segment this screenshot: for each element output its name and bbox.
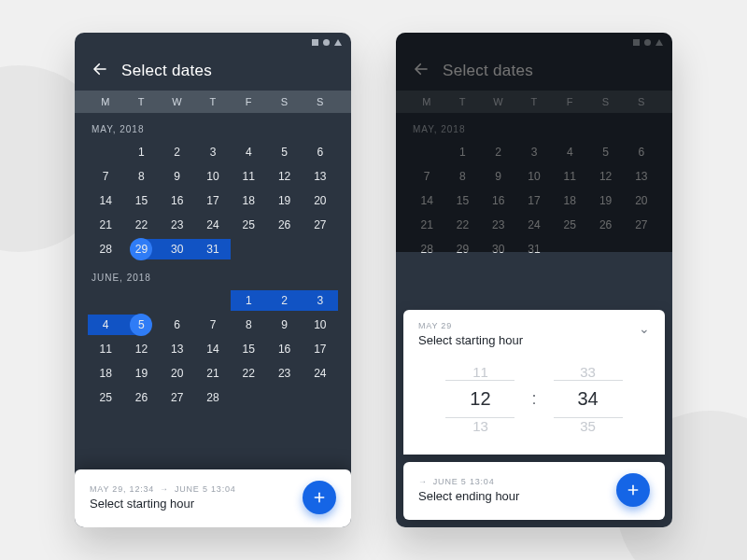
calendar-day[interactable]: 17 [303,337,338,361]
calendar-day[interactable]: 26 [266,213,302,237]
calendar-day[interactable]: 31 [195,237,231,261]
calendar-day[interactable]: 9 [160,164,195,189]
add-button[interactable] [616,473,650,507]
calendar-day[interactable]: 25 [231,213,266,237]
calendar-day: 18 [552,189,587,213]
calendar-day[interactable]: 19 [123,361,159,385]
calendar-day: 22 [444,213,480,237]
calendar-day[interactable]: 25 [88,385,123,410]
weekday-label: T [195,96,231,107]
footer-title: Select starting hour [90,497,293,511]
calendar-day[interactable]: 27 [160,385,195,410]
calendar-day[interactable]: 21 [195,361,231,385]
calendar-day[interactable]: 13 [303,164,338,189]
back-icon[interactable] [413,61,430,81]
calendar-day[interactable]: 8 [231,313,266,337]
month-label: MAY, 2018 [88,113,338,140]
footer-range: MAY 29, 12:34 → JUNE 5 13:04 [90,484,293,494]
calendar-day[interactable]: 14 [88,189,123,213]
calendar-day[interactable]: 16 [160,189,195,213]
calendar-day[interactable]: 12 [266,164,302,189]
calendar-day[interactable]: 17 [195,189,231,213]
calendar-day[interactable]: 24 [303,361,338,385]
calendar-day[interactable]: 22 [231,361,266,385]
calendar-day: 6 [624,140,659,164]
back-icon[interactable] [92,61,108,81]
weekday-label: F [231,96,266,107]
calendar-day[interactable]: 2 [160,140,195,164]
calendar-day[interactable]: 30 [160,237,195,261]
calendar-day[interactable]: 2 [266,288,302,313]
page-title: Select dates [121,62,212,80]
weekday-label: S [624,96,659,107]
status-triangle-icon [334,39,342,46]
status-circle-icon [323,39,330,46]
status-triangle-icon [655,39,663,46]
sheet-title: Select starting hour [418,333,523,347]
calendar-day: 25 [552,213,587,237]
calendar-day[interactable]: 11 [88,337,123,361]
calendar-day: 5 [587,140,623,164]
calendar-day[interactable]: 1 [231,288,266,313]
footer-card[interactable]: MAY 29, 12:34 → JUNE 5 13:04 Select star… [75,469,351,527]
calendar-day[interactable]: 1 [123,140,159,164]
calendar-day[interactable]: 18 [88,361,123,385]
hour-wheel[interactable]: 11 12 13 [445,364,514,434]
calendar-day[interactable]: 4 [88,313,123,337]
calendar-day[interactable]: 3 [195,140,231,164]
weekday-label: S [266,96,302,107]
chevron-down-icon[interactable]: ⌄ [639,321,650,336]
calendar-day[interactable]: 26 [123,385,159,410]
add-button[interactable] [303,481,336,514]
calendar-day[interactable]: 7 [195,313,231,337]
calendar-day[interactable]: 19 [266,189,302,213]
calendar-day[interactable]: 24 [195,213,231,237]
minute-wheel[interactable]: 33 34 35 [554,364,623,434]
calendar-day: 17 [516,189,552,213]
calendar-day: 28 [409,237,444,261]
weekday-label: F [552,96,587,107]
calendar-day[interactable]: 6 [160,313,195,337]
calendar-day: 2 [481,140,516,164]
calendar-day[interactable]: 12 [123,337,159,361]
calendar-day[interactable]: 13 [160,337,195,361]
calendar-day[interactable]: 23 [266,361,302,385]
calendar-day[interactable]: 27 [303,213,338,237]
calendar-day[interactable]: 28 [88,237,123,261]
calendar-day[interactable]: 5 [123,313,159,337]
calendar-day[interactable]: 29 [123,237,159,261]
calendar-day[interactable]: 28 [195,385,231,410]
calendar-day[interactable]: 6 [303,140,338,164]
calendar-day[interactable]: 7 [88,164,123,189]
calendar-day[interactable]: 3 [303,288,338,313]
weekday-label: S [587,96,623,107]
calendar-day[interactable]: 9 [266,313,302,337]
calendar-day[interactable]: 14 [195,337,231,361]
sheet-ending-hour[interactable]: → JUNE 5 13:04 Select ending hour [403,462,665,520]
calendar-day[interactable]: 15 [231,337,266,361]
calendar-day[interactable]: 15 [123,189,159,213]
calendar-day[interactable]: 4 [231,140,266,164]
calendar-day[interactable]: 21 [88,213,123,237]
calendar-scroll[interactable]: MAY, 20181234567891011121314151617181920… [75,113,351,469]
calendar-day[interactable]: 5 [266,140,302,164]
weekday-label: T [516,96,552,107]
time-picker[interactable]: 11 12 13 : 33 34 35 [418,347,650,443]
calendar-day: 19 [587,189,623,213]
calendar-day[interactable]: 23 [160,213,195,237]
calendar-day[interactable]: 20 [303,189,338,213]
calendar-day[interactable]: 10 [303,313,338,337]
calendar-day[interactable]: 20 [160,361,195,385]
calendar-day[interactable]: 22 [123,213,159,237]
calendar-day[interactable]: 8 [123,164,159,189]
calendar-day[interactable]: 10 [195,164,231,189]
calendar-day[interactable]: 18 [231,189,266,213]
sheet-title: Select ending hour [418,489,607,503]
time-separator: : [531,389,536,409]
calendar-day[interactable]: 16 [266,337,302,361]
calendar-day[interactable]: 11 [231,164,266,189]
page-title: Select dates [443,62,533,80]
phone-select-dates: Select dates MTWTFSS MAY, 20181234567891… [75,33,351,527]
status-circle-icon [644,39,651,46]
calendar-day: 14 [409,189,444,213]
